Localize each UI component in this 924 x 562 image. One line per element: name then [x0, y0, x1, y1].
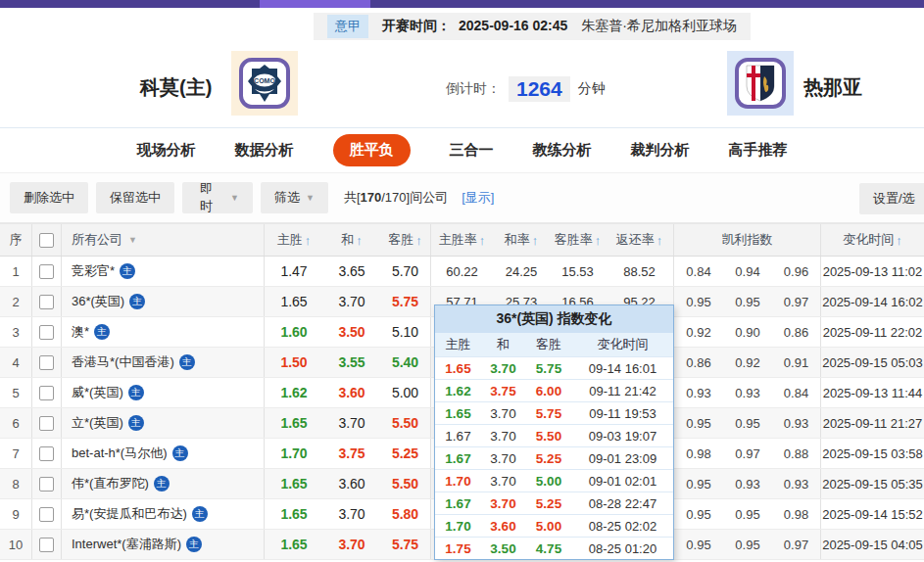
- kelly-cell: 0.95: [674, 408, 723, 438]
- popup-time-cell: 08-25 02:02: [572, 519, 673, 534]
- popup-time-cell: 09-03 19:07: [572, 429, 673, 444]
- change-time-cell: 2025-09-15 05:35: [821, 469, 924, 498]
- row-checkbox[interactable]: [39, 477, 54, 492]
- kelly-cell: 0.93: [723, 469, 772, 498]
- company-name: bet-at-h*(马尔他): [72, 445, 168, 462]
- popup-time-cell: 09-11 21:42: [572, 384, 673, 398]
- row-checkbox[interactable]: [39, 416, 54, 431]
- company-cell[interactable]: 易*(安提瓜和巴布达)主: [62, 499, 265, 529]
- row-checkbox[interactable]: [39, 295, 54, 309]
- top-progress-bar: [0, 0, 924, 8]
- odds-cell: 1.65: [265, 408, 323, 438]
- odds-cell: 3.70: [323, 287, 380, 316]
- kelly-cell: 0.96: [772, 257, 821, 286]
- kelly-cell: 0.84: [674, 257, 723, 286]
- sort-up-icon: ↑: [896, 233, 902, 248]
- odds-cell: 5.25: [380, 439, 431, 468]
- row-checkbox-cell: [32, 530, 62, 559]
- row-seq: 10: [0, 530, 32, 559]
- header-draw[interactable]: 和↑: [323, 224, 380, 256]
- header-seq: 序: [0, 224, 32, 256]
- company-cell[interactable]: 威*(英国)主: [62, 378, 265, 407]
- nav-tab-6[interactable]: 裁判分析: [631, 141, 690, 160]
- popup-row: 1.653.705.7509-14 16:01: [435, 356, 673, 379]
- odds-cell: 5.50: [380, 469, 431, 498]
- row-checkbox[interactable]: [39, 507, 54, 522]
- countdown-label: 倒计时：: [446, 80, 501, 98]
- settings-button[interactable]: 设置/选: [859, 183, 924, 214]
- row-checkbox[interactable]: [39, 538, 54, 552]
- popup-odds-cell: 5.75: [525, 361, 572, 376]
- row-seq: 2: [0, 287, 32, 316]
- odds-cell: 3.60: [323, 378, 380, 407]
- select-all-checkbox[interactable]: [39, 233, 54, 248]
- company-name: 36*(英国): [72, 293, 124, 310]
- header-draw-rate[interactable]: 和率↑: [493, 224, 550, 256]
- row-checkbox[interactable]: [39, 355, 54, 370]
- popup-row: 1.673.705.2508-28 22:47: [435, 492, 673, 514]
- row-seq: 7: [0, 439, 32, 468]
- header-company[interactable]: 所有公司▼: [62, 224, 265, 256]
- odds-cell: 1.65: [265, 499, 323, 529]
- kelly-cell: 0.97: [772, 287, 821, 316]
- home-team-badge-icon: 主: [128, 415, 144, 431]
- popup-odds-cell: 5.75: [525, 406, 572, 421]
- row-checkbox[interactable]: [39, 386, 54, 400]
- company-cell[interactable]: 伟*(直布罗陀)主: [62, 469, 265, 498]
- odds-cell: 3.50: [323, 317, 380, 347]
- kelly-cell: 0.95: [674, 287, 723, 316]
- header-away-win-rate[interactable]: 客胜率↑: [550, 224, 606, 256]
- filter-dropdown-label: 筛选: [274, 189, 300, 207]
- popup-time-cell: 08-25 01:20: [572, 541, 673, 556]
- header-home-win-rate[interactable]: 主胜率↑: [431, 224, 493, 256]
- filter-dropdown[interactable]: 筛选▼: [261, 182, 328, 213]
- kelly-cell: 0.93: [772, 469, 821, 498]
- row-checkbox[interactable]: [39, 264, 54, 279]
- row-checkbox[interactable]: [39, 325, 54, 340]
- popup-time-cell: 09-14 16:01: [572, 361, 673, 376]
- delete-selected-button[interactable]: 删除选中: [10, 182, 88, 213]
- nav-tab-1[interactable]: 现场分析: [137, 141, 196, 160]
- kelly-cell: 0.86: [674, 348, 723, 377]
- league-badge[interactable]: 意甲: [327, 15, 368, 38]
- popup-row: 1.623.756.0009-11 21:42: [435, 379, 673, 401]
- nav-tab-4[interactable]: 三合一: [450, 141, 494, 160]
- kickoff-label: 开赛时间：: [382, 18, 451, 35]
- company-cell[interactable]: 澳*主: [62, 317, 265, 347]
- kelly-cell: 0.90: [723, 317, 772, 347]
- odds-cell: 3.75: [323, 439, 380, 468]
- row-checkbox-cell: [32, 287, 62, 316]
- rate-cell: 24.25: [493, 257, 550, 286]
- company-cell[interactable]: 36*(英国)主: [62, 287, 265, 316]
- company-cell[interactable]: Interwet*(塞浦路斯)主: [62, 530, 265, 559]
- row-checkbox[interactable]: [39, 446, 54, 461]
- nav-tab-2[interactable]: 数据分析: [235, 141, 294, 160]
- odds-cell: 5.70: [380, 257, 431, 286]
- nav-tab-3[interactable]: 胜平负: [333, 134, 411, 166]
- popup-time-cell: 09-01 23:09: [572, 451, 673, 466]
- company-cell[interactable]: bet-at-h*(马尔他)主: [62, 439, 265, 468]
- home-team-badge-icon: 主: [172, 445, 188, 461]
- popup-time-cell: 08-28 22:47: [572, 496, 673, 511]
- odds-table-header: 序 所有公司▼ 主胜↑ 和↑ 客胜↑ 主胜率↑ 和率↑ 客胜率↑ 返还率↑ 凯利…: [0, 223, 924, 257]
- odds-cell: 1.65: [265, 287, 323, 316]
- header-away-win[interactable]: 客胜↑: [380, 224, 431, 256]
- header-return-rate[interactable]: 返还率↑: [606, 224, 674, 256]
- nav-tab-7[interactable]: 高手推荐: [729, 141, 788, 160]
- company-cell[interactable]: 立*(英国)主: [62, 408, 265, 438]
- nav-tab-5[interactable]: 教练分析: [533, 141, 592, 160]
- popup-odds-cell: 5.50: [525, 429, 572, 444]
- header-change-time[interactable]: 变化时间↑: [821, 224, 924, 256]
- company-cell[interactable]: 竞彩官*主: [62, 257, 265, 286]
- instant-dropdown[interactable]: 即时▼: [182, 182, 253, 213]
- popup-odds-cell: 3.70: [481, 451, 525, 466]
- keep-selected-button[interactable]: 保留选中: [96, 182, 174, 213]
- show-link[interactable]: [显示]: [462, 189, 494, 207]
- header-home-win[interactable]: 主胜↑: [265, 224, 323, 256]
- company-cell[interactable]: 香港马*(中国香港)主: [62, 348, 265, 377]
- sort-up-icon: ↑: [595, 233, 602, 248]
- row-seq: 4: [0, 348, 32, 377]
- kelly-cell: 0.93: [723, 378, 772, 407]
- sort-up-icon: ↑: [479, 233, 486, 248]
- odds-cell: 1.65: [265, 530, 323, 559]
